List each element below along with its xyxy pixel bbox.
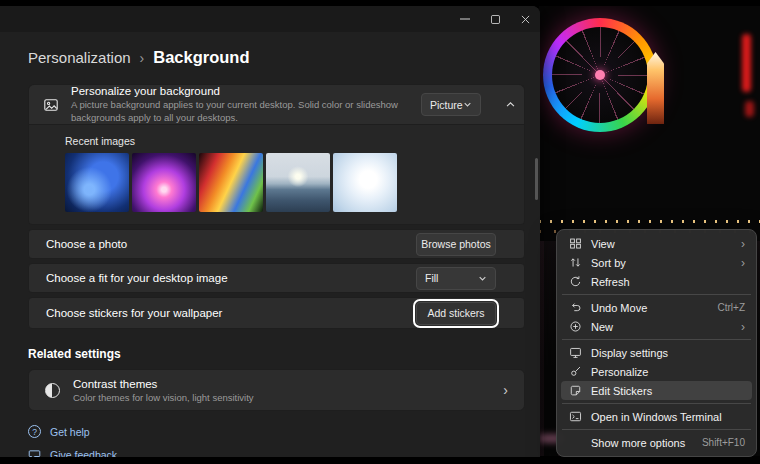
lit-tower (647, 52, 664, 124)
menu-item-personalize[interactable]: Personalize (561, 362, 752, 381)
menu-item-refresh[interactable]: Refresh (561, 272, 752, 291)
sort-icon (568, 256, 582, 269)
background-type-value: Picture (430, 99, 463, 111)
menu-item-label: Show more options (591, 437, 685, 449)
chevron-down-icon (478, 274, 487, 283)
menu-item-label: Edit Stickers (591, 385, 652, 397)
choose-photo-label: Choose a photo (46, 238, 416, 250)
menu-item-label: New (591, 321, 613, 333)
card-description: A picture background applies to your cur… (71, 99, 409, 124)
close-button[interactable] (510, 6, 540, 32)
breadcrumb-separator: › (140, 50, 145, 66)
card-title: Personalize your background (71, 85, 409, 97)
choose-fit-label: Choose a fit for your desktop image (46, 272, 416, 284)
refresh-icon (568, 275, 582, 288)
menu-separator (562, 429, 751, 430)
menu-item-undo-move[interactable]: Undo Move Ctrl+Z (561, 298, 752, 317)
menu-item-label: Display settings (591, 347, 668, 359)
close-icon (521, 15, 530, 24)
choose-photo-row: Choose a photo Browse photos (28, 229, 525, 259)
recent-image-2[interactable] (132, 153, 196, 212)
get-help-link[interactable]: ? Get help (28, 425, 90, 438)
scrollbar[interactable] (535, 158, 538, 200)
menu-item-edit-stickers[interactable]: Edit Stickers (561, 381, 752, 400)
context-menu: View › Sort by › Refresh Undo (556, 229, 757, 457)
recent-image-3[interactable] (199, 153, 263, 212)
choose-fit-row: Choose a fit for your desktop image Fill (28, 263, 525, 293)
contrast-themes-subtitle: Color themes for low vision, light sensi… (73, 392, 254, 403)
menu-item-shortcut: Shift+F10 (702, 437, 745, 448)
undo-icon (568, 301, 582, 314)
page-title: Background (153, 48, 249, 67)
add-stickers-button[interactable]: Add stickers (416, 302, 496, 325)
red-light-streak-small (745, 101, 754, 117)
maximize-button[interactable] (480, 6, 510, 32)
ferris-wheel (543, 18, 657, 132)
background-type-dropdown[interactable]: Picture (421, 93, 481, 116)
browse-photos-button[interactable]: Browse photos (416, 233, 496, 256)
breadcrumb: Personalization › Background (28, 48, 250, 67)
contrast-themes-card[interactable]: Contrast themes Color themes for low vis… (28, 369, 525, 411)
maximize-icon (491, 15, 500, 24)
card-text: Personalize your background A picture ba… (71, 85, 409, 124)
recent-image-4[interactable] (266, 153, 330, 212)
minimize-icon (460, 14, 470, 24)
help-icon: ? (28, 425, 41, 438)
menu-item-label: View (591, 238, 615, 250)
menu-item-label: Personalize (591, 366, 648, 378)
recent-images-row (65, 153, 510, 212)
submenu-chevron-icon: › (741, 321, 745, 333)
bottom-letterbox (0, 457, 760, 464)
menu-item-shortcut: Ctrl+Z (718, 302, 746, 313)
paintbrush-icon (568, 365, 582, 378)
menu-separator (562, 339, 751, 340)
menu-item-label: Sort by (591, 257, 626, 269)
settings-content: Personalize your background A picture ba… (28, 84, 525, 464)
terminal-icon (568, 410, 582, 423)
red-light-streak (742, 34, 751, 92)
related-settings-heading: Related settings (28, 347, 525, 361)
contrast-themes-title: Contrast themes (73, 378, 254, 390)
contrast-text: Contrast themes Color themes for low vis… (73, 378, 254, 403)
menu-item-display-settings[interactable]: Display settings (561, 343, 752, 362)
choose-stickers-label: Choose stickers for your wallpaper (46, 307, 416, 319)
menu-item-label: Undo Move (591, 302, 647, 314)
recent-image-5[interactable] (333, 153, 397, 212)
chevron-down-icon (463, 100, 472, 109)
fit-dropdown[interactable]: Fill (416, 267, 496, 290)
recent-images-section: Recent images (28, 124, 525, 225)
shoreline-lights (539, 220, 760, 223)
settings-window: Personalization › Background Personalize… (0, 6, 540, 464)
menu-item-label: Refresh (591, 276, 630, 288)
display-icon (568, 346, 582, 359)
submenu-chevron-icon: › (741, 238, 745, 250)
chevron-right-icon: › (503, 382, 508, 398)
titlebar (0, 6, 540, 32)
footer-links: ? Get help Give feedback (28, 425, 525, 461)
recent-images-label: Recent images (65, 135, 510, 147)
contrast-icon (45, 383, 60, 398)
chevron-up-icon[interactable] (505, 99, 516, 110)
fit-value: Fill (425, 272, 438, 284)
get-help-label: Get help (50, 426, 90, 438)
new-icon (568, 320, 582, 333)
personalize-background-expander[interactable]: Personalize your background A picture ba… (28, 84, 525, 124)
view-icon (568, 237, 582, 250)
menu-item-new[interactable]: New › (561, 317, 752, 336)
menu-item-show-more-options[interactable]: Show more options Shift+F10 (561, 433, 752, 452)
picture-icon (43, 97, 59, 113)
breadcrumb-parent[interactable]: Personalization (28, 49, 131, 66)
recent-image-1[interactable] (65, 153, 129, 212)
menu-separator (562, 294, 751, 295)
menu-item-sort-by[interactable]: Sort by › (561, 253, 752, 272)
minimize-button[interactable] (450, 6, 480, 32)
menu-item-label: Open in Windows Terminal (591, 411, 722, 423)
choose-stickers-row: Choose stickers for your wallpaper Add s… (28, 297, 525, 329)
menu-item-open-in-windows-terminal[interactable]: Open in Windows Terminal (561, 407, 752, 426)
menu-item-view[interactable]: View › (561, 234, 752, 253)
submenu-chevron-icon: › (741, 257, 745, 269)
sticker-icon (568, 384, 582, 397)
menu-separator (562, 403, 751, 404)
